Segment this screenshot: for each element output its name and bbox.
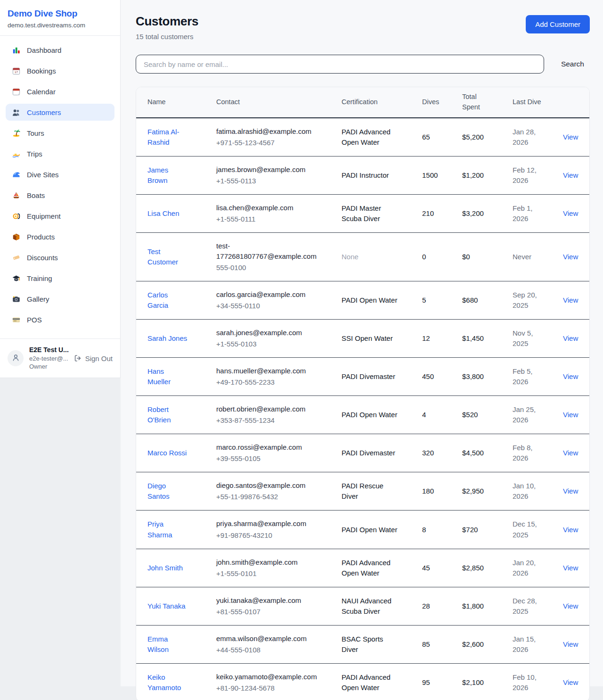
shop-name: Demo Dive Shop — [8, 8, 113, 19]
customer-total-spent: $720 — [462, 526, 478, 534]
search-input[interactable] — [136, 55, 544, 74]
bookings-icon: 17 — [11, 66, 21, 75]
training-icon — [11, 273, 21, 283]
customer-certification: PADI Open Water — [342, 411, 397, 419]
customer-name-link[interactable]: Emma Wilson — [147, 635, 169, 653]
customer-dives: 65 — [422, 133, 430, 141]
customer-name-link[interactable]: Fatima Al-Rashid — [147, 128, 179, 146]
customer-total-spent: $1,800 — [462, 602, 484, 610]
customer-phone: +44-555-0108 — [216, 645, 318, 655]
calendar-icon — [11, 87, 21, 96]
view-link[interactable]: View — [563, 487, 578, 495]
view-link[interactable]: View — [563, 209, 578, 217]
customer-phone: +81-555-0107 — [216, 607, 318, 617]
customer-total-spent: $0 — [462, 253, 470, 261]
sidebar-item-tours[interactable]: Tours — [6, 124, 114, 141]
table-row: John Smith john.smith@example.com +1-555… — [136, 549, 590, 587]
customer-email: priya.sharma@example.com — [216, 519, 318, 529]
customer-dives: 210 — [422, 209, 434, 217]
sidebar-item-gallery[interactable]: Gallery — [6, 290, 114, 307]
view-link[interactable]: View — [563, 678, 578, 686]
sidebar-item-dashboard[interactable]: Dashboard — [6, 41, 114, 58]
customer-email: john.smith@example.com — [216, 557, 318, 568]
customer-name-link[interactable]: Sarah Jones — [147, 334, 187, 342]
add-customer-button[interactable]: Add Customer — [526, 15, 590, 33]
customer-total-spent: $2,600 — [462, 640, 484, 648]
sidebar-item-trips[interactable]: Trips — [6, 145, 114, 162]
sidebar-item-label: Dive Sites — [27, 171, 59, 179]
boats-icon — [11, 190, 21, 200]
view-link[interactable]: View — [563, 449, 578, 457]
sidebar-item-label: Customers — [27, 108, 61, 116]
sidebar: Demo Dive Shop demo.test.divestreams.com… — [0, 0, 121, 378]
table-row: Keiko Yamamoto keiko.yamamoto@example.co… — [136, 663, 590, 700]
customer-phone: +55-11-99876-5432 — [216, 492, 318, 502]
view-link[interactable]: View — [563, 640, 578, 648]
customer-certification: SSI Open Water — [342, 334, 393, 342]
customer-last-dive: Jan 15, 2026 — [513, 635, 536, 653]
sidebar-item-bookings[interactable]: 17Bookings — [6, 62, 114, 79]
table-row: Priya Sharma priya.sharma@example.com +9… — [136, 511, 590, 549]
sidebar-item-calendar[interactable]: Calendar — [6, 83, 114, 100]
sidebar-item-customers[interactable]: Customers — [6, 104, 114, 121]
customer-name-link[interactable]: Carlos Garcia — [147, 291, 168, 309]
customer-certification: PADI Rescue Diver — [342, 482, 383, 500]
customer-name-link[interactable]: Marco Rossi — [147, 449, 187, 457]
customer-name-link[interactable]: James Brown — [147, 166, 168, 184]
customer-dives: 180 — [422, 487, 434, 495]
customer-email: fatima.alrashid@example.com — [216, 126, 318, 137]
table-row: Lisa Chen lisa.chen@example.com +1-555-0… — [136, 194, 590, 232]
customer-email: test-1772681807767@example.com — [216, 241, 318, 262]
customer-last-dive: Feb 5, 2026 — [513, 367, 533, 386]
equipment-icon — [11, 211, 21, 221]
customer-name-link[interactable]: John Smith — [147, 564, 183, 572]
view-link[interactable]: View — [563, 253, 578, 261]
view-link[interactable]: View — [563, 372, 578, 380]
customer-email: james.brown@example.com — [216, 165, 318, 175]
page-title: Customers — [136, 14, 198, 29]
customer-dives: 85 — [422, 640, 430, 648]
search-button[interactable]: Search — [555, 56, 590, 72]
view-link[interactable]: View — [563, 334, 578, 342]
logout-icon — [73, 354, 82, 362]
customer-name-link[interactable]: Lisa Chen — [147, 209, 179, 217]
gallery-icon — [11, 294, 21, 304]
sidebar-item-boats[interactable]: Boats — [6, 187, 114, 204]
sidebar-item-pos[interactable]: POS — [6, 311, 114, 328]
customer-name-link[interactable]: Diego Santos — [147, 482, 170, 500]
user-email: e2e-tester@... — [29, 354, 68, 363]
column-header-actions — [563, 87, 590, 118]
customer-name-link[interactable]: Hans Mueller — [147, 367, 171, 386]
table-row: Sarah Jones sarah.jones@example.com +1-5… — [136, 320, 590, 358]
customer-dives: 28 — [422, 602, 430, 610]
column-header-last-dive: Last Dive — [513, 87, 563, 118]
sidebar-item-products[interactable]: Products — [6, 228, 114, 245]
customer-dives: 8 — [422, 526, 426, 534]
customer-email: emma.wilson@example.com — [216, 634, 318, 644]
customer-last-dive: Feb 1, 2026 — [513, 204, 533, 222]
sidebar-item-dive-sites[interactable]: Dive Sites — [6, 166, 114, 183]
view-link[interactable]: View — [563, 296, 578, 304]
customer-certification: PADI Advanced Open Water — [342, 559, 391, 577]
view-link[interactable]: View — [563, 564, 578, 572]
customer-email: keiko.yamamoto@example.com — [216, 672, 318, 682]
view-link[interactable]: View — [563, 411, 578, 419]
customer-name-link[interactable]: Yuki Tanaka — [147, 602, 186, 610]
view-link[interactable]: View — [563, 171, 578, 179]
customer-dives: 320 — [422, 449, 434, 457]
sidebar-item-discounts[interactable]: Discounts — [6, 249, 114, 266]
customer-name-link[interactable]: Priya Sharma — [147, 520, 172, 538]
view-link[interactable]: View — [563, 133, 578, 141]
sidebar-item-training[interactable]: Training — [6, 270, 114, 287]
customer-name-link[interactable]: Test Customer — [147, 247, 178, 266]
sidebar-item-equipment[interactable]: Equipment — [6, 207, 114, 224]
customer-name-link[interactable]: Robert O'Brien — [147, 405, 171, 424]
customer-email: marco.rossi@example.com — [216, 442, 318, 453]
user-role: Owner — [29, 362, 68, 371]
view-link[interactable]: View — [563, 602, 578, 610]
sign-out-button[interactable]: Sign Out — [73, 354, 113, 362]
view-link[interactable]: View — [563, 526, 578, 534]
customer-total-spent: $3,200 — [462, 209, 484, 217]
customer-dives: 0 — [422, 253, 426, 261]
customer-name-link[interactable]: Keiko Yamamoto — [147, 673, 181, 692]
